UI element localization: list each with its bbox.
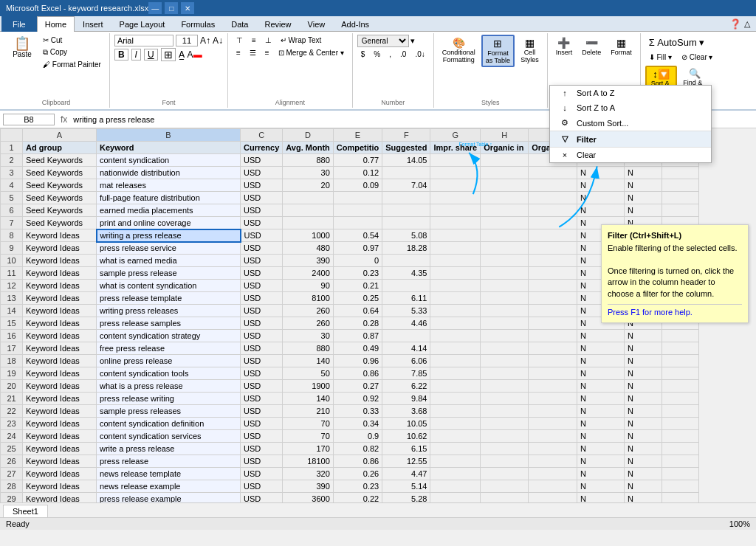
table-cell[interactable]	[481, 179, 529, 192]
format-button[interactable]: ▦ Format	[607, 35, 636, 58]
table-cell[interactable]	[430, 305, 481, 317]
table-cell[interactable]: Seed Keywords	[23, 179, 97, 192]
table-cell[interactable]: 10.62	[382, 430, 430, 443]
table-cell[interactable]	[529, 267, 577, 280]
header-cell[interactable]: Avg. Month	[283, 142, 333, 154]
table-cell[interactable]: N	[577, 468, 625, 480]
table-cell[interactable]: Keyword Ideas	[23, 430, 97, 443]
table-cell[interactable]: 390	[283, 255, 333, 267]
table-cell[interactable]: 10.05	[382, 418, 430, 430]
table-cell[interactable]	[430, 229, 481, 242]
table-cell[interactable]	[430, 342, 481, 355]
table-cell[interactable]: USD	[241, 493, 283, 503]
table-cell[interactable]	[481, 418, 529, 430]
table-cell[interactable]: 30	[283, 330, 333, 342]
table-cell[interactable]: USD	[241, 217, 283, 229]
table-cell[interactable]: N	[577, 167, 625, 179]
table-cell[interactable]: press release template	[97, 292, 241, 305]
filter-item[interactable]: ▽ Filter	[550, 131, 711, 147]
table-cell[interactable]: Keyword Ideas	[23, 418, 97, 430]
table-cell[interactable]	[430, 468, 481, 480]
table-cell[interactable]	[430, 367, 481, 380]
table-cell[interactable]: 880	[283, 154, 333, 167]
table-cell[interactable]: USD	[241, 292, 283, 305]
table-cell[interactable]: Keyword Ideas	[23, 380, 97, 393]
table-cell[interactable]: content syndication definition	[97, 418, 241, 430]
table-cell[interactable]: USD	[241, 229, 283, 242]
table-cell[interactable]: USD	[241, 405, 283, 418]
table-cell[interactable]	[662, 380, 699, 393]
table-cell[interactable]: N	[577, 179, 625, 192]
table-cell[interactable]	[430, 380, 481, 393]
font-size-input[interactable]	[176, 35, 198, 46]
tab-file[interactable]: File	[1, 16, 37, 32]
table-cell[interactable]: N	[577, 204, 625, 217]
table-cell[interactable]: 0.27	[333, 380, 382, 393]
header-cell[interactable]: Keyword	[97, 142, 241, 154]
table-cell[interactable]: N	[625, 355, 662, 367]
table-cell[interactable]: N	[625, 330, 662, 342]
table-cell[interactable]: USD	[241, 167, 283, 179]
table-cell[interactable]: 0.25	[333, 292, 382, 305]
table-cell[interactable]: press release writing	[97, 393, 241, 405]
table-cell[interactable]	[430, 267, 481, 280]
insert-button[interactable]: ➕ Insert	[552, 35, 577, 58]
table-cell[interactable]	[481, 355, 529, 367]
table-cell[interactable]: writing press releases	[97, 305, 241, 317]
table-cell[interactable]: USD	[241, 455, 283, 468]
col-header-a[interactable]: A	[23, 129, 97, 142]
table-cell[interactable]	[430, 393, 481, 405]
table-cell[interactable]	[529, 330, 577, 342]
table-cell[interactable]	[481, 217, 529, 229]
table-cell[interactable]	[662, 342, 699, 355]
table-cell[interactable]: 4.14	[382, 342, 430, 355]
header-cell[interactable]: Ad group	[23, 142, 97, 154]
table-cell[interactable]	[529, 229, 577, 242]
table-cell[interactable]: N	[577, 380, 625, 393]
table-cell[interactable]: content syndication	[97, 154, 241, 167]
table-cell[interactable]: USD	[241, 480, 283, 493]
table-cell[interactable]: 170	[283, 443, 333, 455]
tab-page-layout[interactable]: Page Layout	[111, 16, 173, 32]
sort-za-item[interactable]: ↓ Sort Z to A	[550, 100, 711, 115]
table-cell[interactable]: USD	[241, 380, 283, 393]
table-cell[interactable]: N	[625, 468, 662, 480]
table-cell[interactable]	[529, 167, 577, 179]
minimize-ribbon-icon[interactable]: △	[744, 19, 750, 29]
table-cell[interactable]: 18100	[283, 455, 333, 468]
table-cell[interactable]	[430, 480, 481, 493]
table-cell[interactable]: 5.33	[382, 305, 430, 317]
clear-button[interactable]: ⊘ Clear ▾	[678, 52, 716, 63]
table-cell[interactable]	[529, 393, 577, 405]
table-cell[interactable]	[662, 192, 699, 204]
table-cell[interactable]	[529, 380, 577, 393]
table-cell[interactable]	[481, 229, 529, 242]
table-cell[interactable]: 18.28	[382, 242, 430, 255]
table-cell[interactable]: news release example	[97, 480, 241, 493]
copy-button[interactable]: ⧉ Copy	[39, 46, 105, 58]
table-cell[interactable]: N	[625, 418, 662, 430]
table-cell[interactable]: 0.49	[333, 342, 382, 355]
font-name-input[interactable]	[114, 35, 173, 46]
table-cell[interactable]: nationwide distribution	[97, 167, 241, 179]
table-cell[interactable]	[430, 405, 481, 418]
maximize-button[interactable]: □	[165, 2, 178, 14]
table-cell[interactable]: 0.26	[333, 468, 382, 480]
table-cell[interactable]: 90	[283, 280, 333, 292]
table-cell[interactable]: print and online coverage	[97, 217, 241, 229]
table-cell[interactable]: N	[577, 493, 625, 503]
table-cell[interactable]: USD	[241, 154, 283, 167]
table-cell[interactable]: Keyword Ideas	[23, 242, 97, 255]
table-cell[interactable]: N	[625, 179, 662, 192]
table-cell[interactable]: 3600	[283, 493, 333, 503]
header-cell[interactable]: Currency	[241, 142, 283, 154]
table-cell[interactable]: N	[577, 480, 625, 493]
table-cell[interactable]	[430, 217, 481, 229]
table-cell[interactable]	[662, 493, 699, 503]
table-cell[interactable]: what is earned media	[97, 255, 241, 267]
table-cell[interactable]: USD	[241, 443, 283, 455]
table-cell[interactable]: N	[625, 405, 662, 418]
format-painter-button[interactable]: 🖌 Format Painter	[39, 59, 105, 70]
italic-button[interactable]: I	[131, 49, 141, 61]
table-cell[interactable]	[529, 430, 577, 443]
